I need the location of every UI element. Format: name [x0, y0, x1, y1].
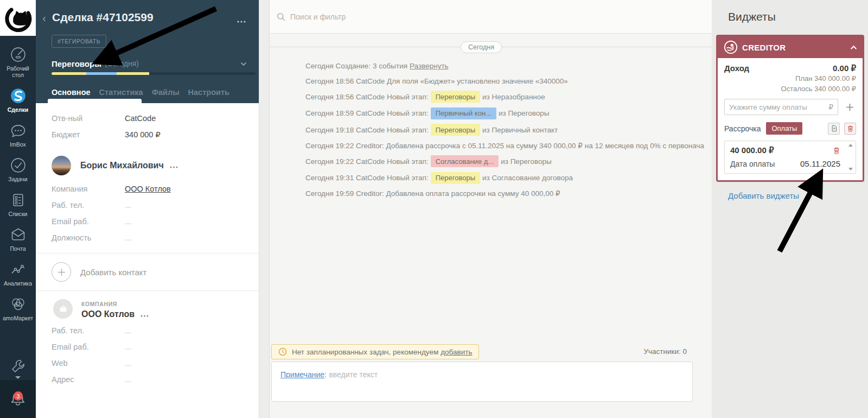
field-label: Раб. тел. — [52, 326, 125, 335]
contact-name[interactable]: Борис Михайлович — [80, 161, 164, 170]
delete-installment-button[interactable] — [844, 123, 856, 135]
notification-badge: 3 — [14, 391, 23, 401]
stage-chevron-down-icon[interactable] — [240, 59, 247, 68]
search-placeholder: Поиск и фильтр — [290, 12, 346, 21]
add-payment-button[interactable] — [843, 100, 856, 113]
feed-event: Сегодня 19:18 CatCode Новый этап:Перегов… — [305, 124, 705, 136]
panel-gutter — [259, 0, 270, 418]
installment-label[interactable]: Рассрочка — [724, 124, 761, 133]
field-value: ... — [125, 375, 131, 384]
sidebar-item-label: ImBox — [10, 141, 26, 148]
field-label: Web — [52, 359, 125, 368]
search-input[interactable]: Поиск и фильтр — [270, 0, 712, 34]
company-type-label: КОМПАНИЯ — [81, 301, 117, 307]
tab-статистика[interactable]: Статистика — [99, 88, 143, 97]
event-text: из Согласование договора — [482, 173, 573, 183]
payments-tab-button[interactable]: Оплаты — [766, 122, 802, 135]
event-text: Сегодня Создание: 3 события — [305, 61, 407, 71]
event-text: Сегодня 19:18 CatCode Новый этап: — [305, 125, 429, 135]
sidebar-item-label: Аналитика — [4, 280, 32, 287]
sidebar-item-notifications[interactable]: 3 — [0, 380, 36, 418]
sidebar-item-label: Списки — [9, 211, 28, 217]
tab-настроить[interactable]: Настроить — [188, 88, 229, 97]
tasks-icon — [9, 156, 27, 174]
payment-amount-placeholder: Укажите сумму оплаты — [729, 103, 828, 111]
feed-event: Сегодня 19:31 CatCode Новый этап:Перегов… — [305, 172, 705, 184]
add-contact-button[interactable]: Добавить контакт — [36, 253, 259, 291]
company-card-header[interactable]: КОМПАНИЯ ООО Котлов — [36, 299, 259, 319]
add-task-link[interactable]: добавить — [441, 348, 472, 356]
deals-icon — [9, 87, 27, 105]
sidebar-item-analytics[interactable]: Аналитика — [0, 256, 36, 291]
tag-button[interactable]: #ТЕГИРОВАТЬ — [52, 35, 106, 48]
stage-progress-bar — [52, 72, 256, 75]
feed-event: Сегодня 18:56 CatCode Для поля «Бюджет» … — [305, 76, 705, 86]
field-value: ... — [125, 359, 131, 368]
payment-amount-input[interactable]: Укажите сумму оплаты ₽ — [724, 99, 838, 115]
delete-payment-button[interactable] — [833, 147, 840, 155]
no-tasks-alert: Нет запланированных задач, рекомендуем д… — [271, 344, 479, 359]
note-colon: : — [324, 370, 327, 379]
payment-date-value[interactable]: 05.11.2025 — [800, 159, 840, 168]
field-label: Раб. тел. — [52, 201, 125, 210]
add-contact-label: Добавить контакт — [80, 268, 146, 277]
note-type-link[interactable]: Примечание — [280, 370, 324, 379]
company-name[interactable]: ООО Котлов — [81, 309, 135, 319]
export-document-button[interactable] — [828, 123, 840, 135]
event-text: Сегодня 19:22 CatCode Новый этап: — [305, 156, 429, 167]
stage-chip: Переговоры — [431, 172, 480, 184]
contact-field-row: Должность... — [36, 230, 259, 246]
deal-kebab-menu[interactable] — [237, 15, 246, 25]
progress-segment — [117, 72, 149, 75]
field-value[interactable]: ООО Котлов — [125, 185, 171, 193]
deal-title: Сделка #47102599 — [52, 11, 154, 24]
expand-events-link[interactable]: Развернуть — [410, 61, 449, 71]
contact-kebab-menu[interactable] — [170, 161, 178, 170]
sidebar-item-market[interactable]: amoМаркет — [0, 291, 36, 326]
cat-logo-icon — [4, 4, 32, 32]
dashboard-icon — [9, 46, 27, 64]
amocrm-logo[interactable] — [0, 0, 36, 36]
progress-segment — [52, 72, 86, 75]
note-input[interactable]: Примечание: введите текст — [271, 362, 693, 402]
income-label: Доход — [724, 64, 749, 73]
back-button[interactable]: ‹ — [42, 12, 46, 23]
field-value: ... — [125, 233, 131, 242]
tab-файлы[interactable]: Файлы — [152, 88, 180, 97]
payment-row: 40 000.00 ₽ — [730, 145, 840, 155]
sidebar-item-dashboard[interactable]: Рабочий стол — [0, 41, 36, 83]
event-text: Сегодня 18:59 CatCode Новый этап: — [305, 108, 429, 118]
sidebar-item-lists[interactable]: Списки — [0, 187, 36, 221]
feed-event: Сегодня 19:59 Creditor: Добавлена оплата… — [305, 188, 705, 199]
scroll-up-button[interactable] — [848, 144, 853, 147]
tab-основное[interactable]: Основное — [52, 88, 91, 97]
sidebar-item-mail[interactable]: Почта — [0, 221, 36, 256]
scroll-down-button[interactable] — [848, 168, 853, 170]
note-placeholder: введите текст — [329, 370, 378, 379]
sidebar-item-deals[interactable]: Сделки — [0, 83, 36, 117]
sidebar-item-tasks[interactable]: Задачи — [0, 152, 36, 187]
feed-event: Сегодня 18:56 CatCode Новый этап:Перегов… — [305, 91, 705, 103]
progress-segment — [149, 72, 256, 75]
creditor-widget-body: Доход 0.00 ₽ План 340 000.00 ₽ Осталось … — [718, 58, 863, 180]
deal-field-row: Бюджет340 000 ₽ — [36, 126, 259, 143]
participants-label: Участники: 0 — [643, 347, 687, 356]
sidebar-item-settings[interactable] — [0, 357, 36, 379]
feed-panel: Поиск и фильтр Сегодня Сегодня Создание:… — [270, 0, 712, 418]
company-kebab-menu[interactable] — [141, 309, 149, 319]
contact-avatar — [52, 156, 71, 175]
stage-name[interactable]: Переговоры — [52, 59, 101, 68]
feed-event: Сегодня 19:22 Creditor: Добавлена рассро… — [305, 141, 705, 151]
feed-event: Сегодня Создание: 3 событияРазвернуть — [305, 61, 705, 71]
event-text: из Переговоры — [501, 156, 552, 167]
contact-card-header[interactable]: Борис Михайлович — [36, 156, 259, 175]
sidebar-item-imbox[interactable]: ImBox — [0, 117, 36, 152]
payment-amount: 40 000.00 ₽ — [730, 145, 774, 155]
field-value: ... — [125, 326, 131, 335]
company-fields: Раб. тел....Email раб....Web...Адрес... — [36, 322, 259, 388]
add-widgets-link[interactable]: Добавить виджеты — [728, 191, 799, 200]
field-label: Адрес — [52, 375, 125, 384]
collapse-chevron-up-icon[interactable] — [850, 45, 857, 50]
field-label: Компания — [52, 185, 125, 193]
contact-field-row: КомпанияООО Котлов — [36, 181, 259, 197]
